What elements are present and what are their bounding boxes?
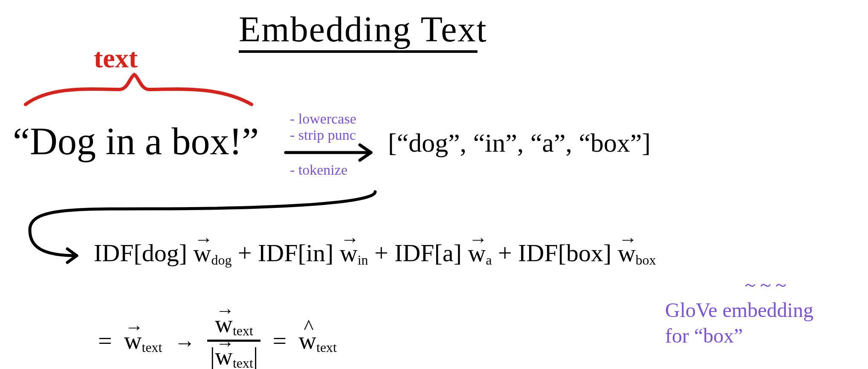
w-text-vec: wtext (124, 326, 162, 355)
arrow-icon: → (174, 330, 195, 355)
normalize-formula: = wtext → wtext |wtext| = wtext (98, 311, 337, 369)
term-in: IDF[in] win (258, 239, 374, 267)
plus-1: + (238, 239, 258, 267)
plus-3: + (498, 239, 518, 267)
idf-dog: IDF[dog] (94, 239, 194, 267)
glove-annotation-line2: for “box” (665, 324, 743, 347)
vec-w-a: w (468, 239, 486, 267)
sub-box: box (636, 253, 656, 268)
input-phrase: “Dog in a box!” (13, 119, 259, 163)
term-dog: IDF[dog] wdog (94, 239, 238, 267)
idf-box: IDF[box] (518, 239, 618, 267)
term-box: IDF[box] wbox (518, 239, 656, 267)
sub-dog: dog (211, 253, 231, 268)
vec-w-box: w (618, 239, 636, 267)
flow-arrow-head (67, 249, 77, 262)
eq-1: = (98, 326, 112, 355)
idf-in: IDF[in] (258, 239, 340, 267)
eq-2: = (272, 326, 286, 355)
step-lowercase: - lowercase (290, 111, 356, 127)
idf-sum-formula: IDF[dog] wdog + IDF[in] win + IDF[a] wa … (94, 239, 656, 268)
term-a: IDF[a] wa (394, 239, 498, 267)
step-tokenize: - tokenize (290, 162, 347, 178)
token-list: [“dog”, “in”, “a”, “box”] (388, 128, 651, 158)
glove-annotation-line1: GloVe embedding (665, 298, 813, 322)
sub-a: a (486, 253, 492, 268)
process-arrow-head (360, 145, 371, 160)
vec-w-dog: w (194, 239, 211, 267)
plus-2: + (374, 239, 394, 267)
fraction: wtext |wtext| (207, 311, 260, 369)
squiggle-under-wbox: ～～～ (742, 273, 788, 296)
idf-a: IDF[a] (394, 239, 468, 267)
brace-red (26, 75, 252, 104)
title-underline (239, 50, 477, 53)
text-label: text (94, 43, 138, 74)
page-title: Embedding Text (239, 9, 487, 50)
vec-w-in: w (340, 239, 358, 267)
step-strip-punc: - strip punc (290, 127, 356, 143)
fraction-denominator: |wtext| (207, 343, 260, 369)
w-text-hat: wtext (298, 326, 337, 355)
sub-in: in (358, 253, 368, 268)
